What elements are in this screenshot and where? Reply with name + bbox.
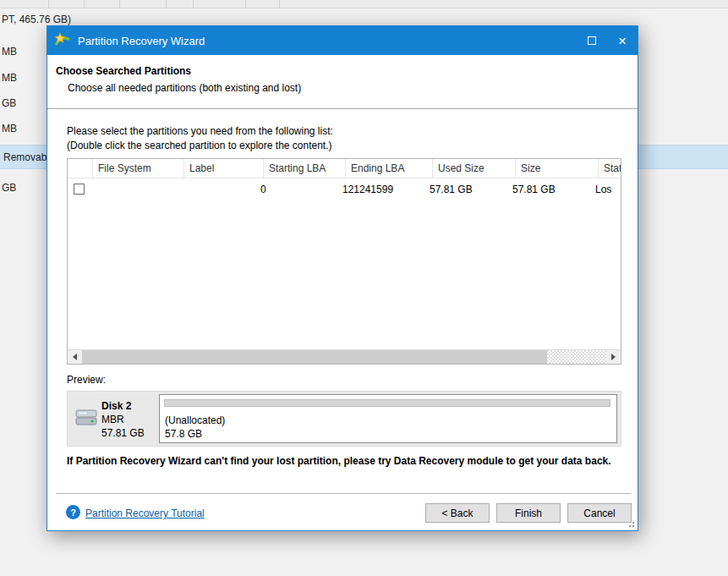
checkbox-column-header[interactable] [68, 159, 93, 178]
checkbox-cell [68, 184, 85, 195]
wizard-step-subtitle: Choose all needed partitions (both exist… [68, 82, 301, 94]
partition-usage-bar [164, 399, 610, 407]
disk-type: MBR [101, 413, 145, 426]
instruction-line-1: Please select the partitions you need fr… [67, 125, 333, 137]
disk-icon [74, 407, 98, 429]
partition-name: (Unallocated) [165, 414, 225, 426]
cell-size: 57.81 GB [507, 184, 590, 195]
column-header-file-system[interactable]: File System [93, 159, 184, 178]
maximize-button[interactable] [577, 26, 607, 55]
partition-size-label: GB [2, 97, 16, 109]
cell-used-size: 57.81 GB [424, 184, 507, 195]
scroll-left-arrow-icon[interactable] [68, 350, 82, 364]
maximize-icon [588, 36, 596, 45]
partition-recovery-wizard-dialog: Partition Recovery Wizard × Choose Searc… [47, 25, 638, 531]
table-row[interactable]: 0 121241599 57.81 GB 57.81 GB Los [68, 178, 621, 200]
instruction-line-2: (Double click the searched partition to … [67, 140, 332, 151]
column-header-ending-lba[interactable]: Ending LBA [346, 159, 433, 178]
table-header-row: File System Label Starting LBA Ending LB… [68, 159, 621, 178]
window-title: Partition Recovery Wizard [78, 35, 577, 47]
close-button[interactable]: × [607, 26, 638, 55]
partition-table: File System Label Starting LBA Ending LB… [67, 158, 621, 365]
disk-info: Disk 2 MBR 57.81 GB [101, 399, 145, 440]
column-header-label[interactable]: Label [184, 159, 264, 178]
scrollbar-thumb[interactable] [82, 350, 547, 364]
column-header-used-size[interactable]: Used Size [433, 159, 516, 178]
background-table-header [0, 0, 728, 8]
app-icon [54, 32, 71, 49]
partition-size-label: MB [2, 72, 17, 84]
cell-starting-lba: 0 [255, 184, 337, 195]
partition-size: 57.8 GB [165, 428, 202, 440]
column-header-status[interactable]: Stat [599, 159, 621, 178]
resize-grip[interactable] [626, 518, 635, 528]
column-divider [84, 0, 85, 8]
tutorial-link[interactable]: Partition Recovery Tutorial [85, 507, 205, 519]
partition-size-label: MB [2, 123, 17, 134]
column-divider [245, 0, 246, 8]
column-divider [119, 0, 120, 8]
partition-size-label: GB [2, 182, 16, 194]
warning-text: If Partition Recovery Wizard can't find … [67, 453, 618, 469]
close-icon: × [618, 34, 627, 48]
finish-button[interactable]: Finish [496, 503, 561, 523]
column-divider [166, 0, 167, 8]
disk-name: Disk 2 [101, 399, 145, 413]
horizontal-scrollbar[interactable] [68, 349, 621, 364]
column-header-size[interactable]: Size [516, 159, 599, 178]
removable-disk-label: Removab [3, 151, 47, 163]
titlebar[interactable]: Partition Recovery Wizard × [47, 26, 638, 55]
footer-divider [56, 493, 631, 494]
column-header-starting-lba[interactable]: Starting LBA [264, 159, 346, 178]
column-divider [279, 0, 280, 8]
partition-block[interactable]: (Unallocated) 57.8 GB [159, 394, 617, 443]
preview-panel: Disk 2 MBR 57.81 GB (Unallocated) 57.8 G… [67, 391, 621, 447]
cell-ending-lba: 121241599 [337, 184, 424, 195]
column-divider [193, 0, 194, 8]
preview-label: Preview: [67, 374, 106, 386]
column-divider [48, 0, 49, 8]
scrollbar-track[interactable] [547, 350, 606, 364]
header-divider [47, 108, 638, 109]
disk-size: 57.81 GB [101, 426, 145, 440]
scroll-right-arrow-icon[interactable] [606, 350, 621, 364]
back-button[interactable]: < Back [425, 503, 490, 523]
disk-capacity-label: PT, 465.76 GB) [2, 14, 71, 25]
cancel-button[interactable]: Cancel [567, 503, 632, 523]
cell-status: Los [590, 184, 621, 195]
partition-checkbox[interactable] [74, 184, 85, 195]
partition-size-label: MB [2, 46, 17, 58]
wizard-step-title: Choose Searched Partitions [56, 65, 191, 77]
help-icon[interactable]: ? [66, 505, 80, 519]
